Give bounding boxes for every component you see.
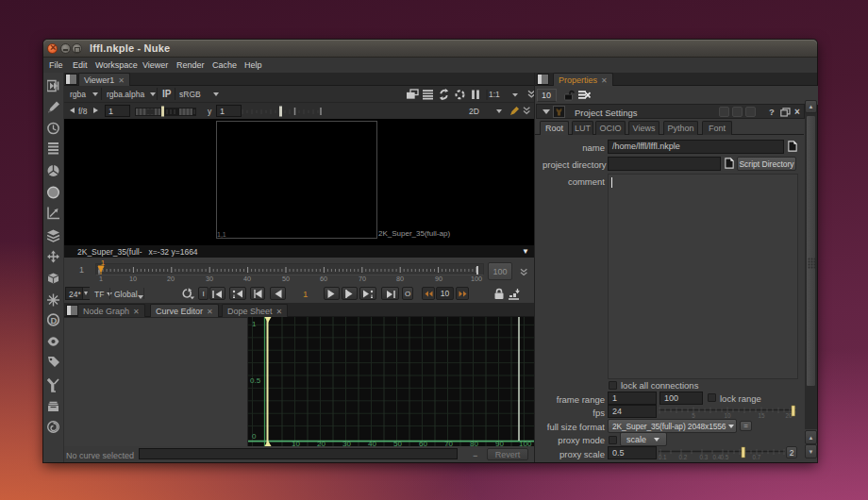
svg-text:100: 100	[471, 275, 482, 283]
svg-text:0: 0	[252, 432, 257, 441]
svg-text:0.2: 0.2	[679, 454, 688, 460]
svg-text:90: 90	[435, 275, 442, 283]
svg-text:20: 20	[317, 440, 326, 447]
svg-text:10: 10	[129, 275, 137, 283]
svg-text:50: 50	[282, 275, 290, 283]
svg-text:60: 60	[320, 275, 327, 283]
svg-text:0.1: 0.1	[659, 454, 667, 460]
svg-text:20: 20	[167, 275, 175, 283]
svg-text:0.3: 0.3	[700, 454, 709, 460]
svg-text:80: 80	[470, 440, 478, 447]
svg-text:10: 10	[292, 440, 300, 447]
svg-text:30: 30	[206, 275, 213, 283]
svg-text:100: 100	[519, 440, 532, 447]
svg-text:1: 1	[252, 320, 257, 328]
svg-text:80: 80	[396, 275, 404, 283]
svg-text:30: 30	[342, 440, 351, 447]
svg-text:0.5: 0.5	[250, 376, 261, 385]
svg-text:5: 5	[692, 412, 695, 419]
svg-text:0.5: 0.5	[721, 454, 729, 460]
svg-text:50: 50	[393, 440, 402, 447]
svg-text:15: 15	[758, 412, 765, 419]
svg-text:90: 90	[495, 440, 504, 447]
svg-text:60: 60	[419, 440, 427, 447]
svg-text:10: 10	[724, 412, 731, 419]
svg-text:D: D	[51, 315, 58, 325]
svg-text:0.7: 0.7	[753, 454, 761, 460]
svg-text:1: 1	[99, 275, 103, 283]
svg-text:40: 40	[243, 275, 251, 283]
svg-text:70: 70	[359, 275, 366, 283]
svg-text:70: 70	[444, 440, 453, 447]
svg-text:40: 40	[368, 440, 376, 447]
